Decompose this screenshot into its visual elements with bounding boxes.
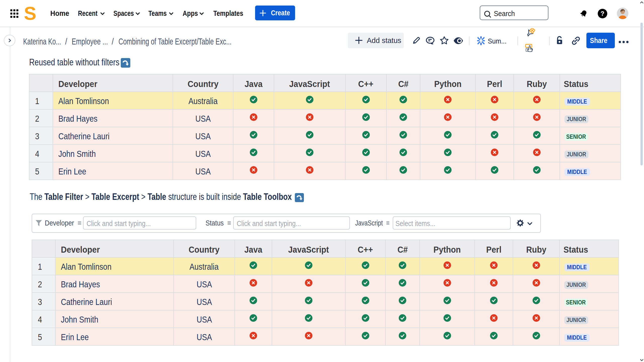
svg-text:?: ? <box>600 10 604 17</box>
